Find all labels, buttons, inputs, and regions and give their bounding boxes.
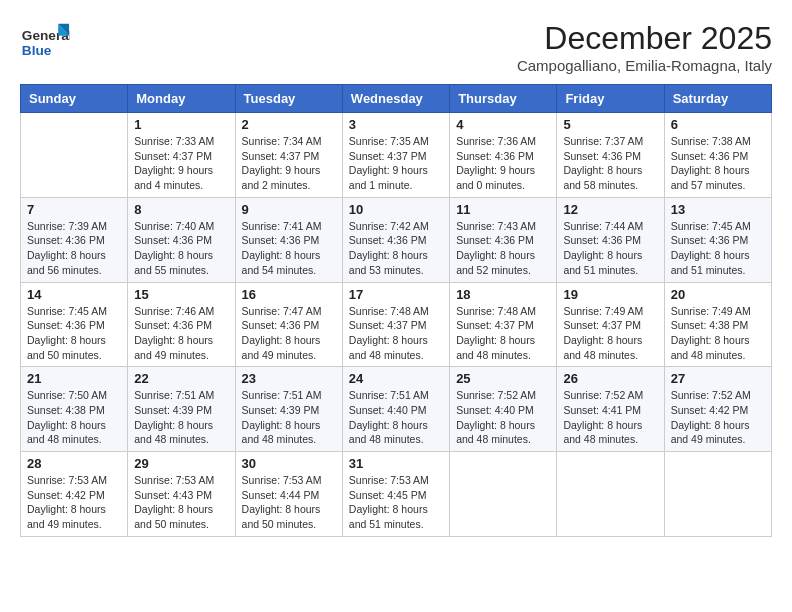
week-row-4: 21Sunrise: 7:50 AMSunset: 4:38 PMDayligh… xyxy=(21,367,772,452)
day-number: 22 xyxy=(134,371,228,386)
day-number: 9 xyxy=(242,202,336,217)
day-number: 7 xyxy=(27,202,121,217)
calendar-table: SundayMondayTuesdayWednesdayThursdayFrid… xyxy=(20,84,772,537)
calendar-cell: 10Sunrise: 7:42 AMSunset: 4:36 PMDayligh… xyxy=(342,197,449,282)
svg-text:Blue: Blue xyxy=(22,43,52,58)
day-info: Sunrise: 7:51 AMSunset: 4:39 PMDaylight:… xyxy=(242,388,336,447)
calendar-cell: 19Sunrise: 7:49 AMSunset: 4:37 PMDayligh… xyxy=(557,282,664,367)
day-number: 11 xyxy=(456,202,550,217)
day-info: Sunrise: 7:41 AMSunset: 4:36 PMDaylight:… xyxy=(242,219,336,278)
day-number: 17 xyxy=(349,287,443,302)
day-number: 16 xyxy=(242,287,336,302)
calendar-cell: 12Sunrise: 7:44 AMSunset: 4:36 PMDayligh… xyxy=(557,197,664,282)
day-number: 21 xyxy=(27,371,121,386)
day-info: Sunrise: 7:49 AMSunset: 4:37 PMDaylight:… xyxy=(563,304,657,363)
day-number: 13 xyxy=(671,202,765,217)
day-info: Sunrise: 7:51 AMSunset: 4:39 PMDaylight:… xyxy=(134,388,228,447)
day-info: Sunrise: 7:51 AMSunset: 4:40 PMDaylight:… xyxy=(349,388,443,447)
day-info: Sunrise: 7:36 AMSunset: 4:36 PMDaylight:… xyxy=(456,134,550,193)
calendar-cell: 21Sunrise: 7:50 AMSunset: 4:38 PMDayligh… xyxy=(21,367,128,452)
day-number: 24 xyxy=(349,371,443,386)
calendar-cell: 2Sunrise: 7:34 AMSunset: 4:37 PMDaylight… xyxy=(235,113,342,198)
calendar-cell xyxy=(664,452,771,537)
week-row-3: 14Sunrise: 7:45 AMSunset: 4:36 PMDayligh… xyxy=(21,282,772,367)
week-row-1: 1Sunrise: 7:33 AMSunset: 4:37 PMDaylight… xyxy=(21,113,772,198)
day-info: Sunrise: 7:37 AMSunset: 4:36 PMDaylight:… xyxy=(563,134,657,193)
day-info: Sunrise: 7:49 AMSunset: 4:38 PMDaylight:… xyxy=(671,304,765,363)
logo-svg: General Blue xyxy=(20,20,70,65)
calendar-cell: 13Sunrise: 7:45 AMSunset: 4:36 PMDayligh… xyxy=(664,197,771,282)
header-wednesday: Wednesday xyxy=(342,85,449,113)
page-header: General Blue December 2025 Campogalliano… xyxy=(20,20,772,74)
header-tuesday: Tuesday xyxy=(235,85,342,113)
day-number: 23 xyxy=(242,371,336,386)
header-friday: Friday xyxy=(557,85,664,113)
day-info: Sunrise: 7:46 AMSunset: 4:36 PMDaylight:… xyxy=(134,304,228,363)
header-saturday: Saturday xyxy=(664,85,771,113)
header-thursday: Thursday xyxy=(450,85,557,113)
day-info: Sunrise: 7:35 AMSunset: 4:37 PMDaylight:… xyxy=(349,134,443,193)
day-info: Sunrise: 7:52 AMSunset: 4:40 PMDaylight:… xyxy=(456,388,550,447)
calendar-cell: 8Sunrise: 7:40 AMSunset: 4:36 PMDaylight… xyxy=(128,197,235,282)
day-number: 10 xyxy=(349,202,443,217)
header-sunday: Sunday xyxy=(21,85,128,113)
calendar-cell: 15Sunrise: 7:46 AMSunset: 4:36 PMDayligh… xyxy=(128,282,235,367)
day-info: Sunrise: 7:53 AMSunset: 4:42 PMDaylight:… xyxy=(27,473,121,532)
day-info: Sunrise: 7:39 AMSunset: 4:36 PMDaylight:… xyxy=(27,219,121,278)
day-number: 14 xyxy=(27,287,121,302)
calendar-cell: 9Sunrise: 7:41 AMSunset: 4:36 PMDaylight… xyxy=(235,197,342,282)
calendar-cell: 24Sunrise: 7:51 AMSunset: 4:40 PMDayligh… xyxy=(342,367,449,452)
calendar-cell: 22Sunrise: 7:51 AMSunset: 4:39 PMDayligh… xyxy=(128,367,235,452)
calendar-cell: 14Sunrise: 7:45 AMSunset: 4:36 PMDayligh… xyxy=(21,282,128,367)
calendar-cell: 30Sunrise: 7:53 AMSunset: 4:44 PMDayligh… xyxy=(235,452,342,537)
day-number: 6 xyxy=(671,117,765,132)
calendar-cell: 1Sunrise: 7:33 AMSunset: 4:37 PMDaylight… xyxy=(128,113,235,198)
calendar-cell: 5Sunrise: 7:37 AMSunset: 4:36 PMDaylight… xyxy=(557,113,664,198)
day-number: 15 xyxy=(134,287,228,302)
day-number: 12 xyxy=(563,202,657,217)
calendar-cell: 16Sunrise: 7:47 AMSunset: 4:36 PMDayligh… xyxy=(235,282,342,367)
title-block: December 2025 Campogalliano, Emilia-Roma… xyxy=(517,20,772,74)
calendar-cell: 17Sunrise: 7:48 AMSunset: 4:37 PMDayligh… xyxy=(342,282,449,367)
day-number: 28 xyxy=(27,456,121,471)
day-info: Sunrise: 7:42 AMSunset: 4:36 PMDaylight:… xyxy=(349,219,443,278)
header-monday: Monday xyxy=(128,85,235,113)
day-number: 26 xyxy=(563,371,657,386)
day-number: 4 xyxy=(456,117,550,132)
month-title: December 2025 xyxy=(517,20,772,57)
logo: General Blue xyxy=(20,20,70,65)
day-info: Sunrise: 7:33 AMSunset: 4:37 PMDaylight:… xyxy=(134,134,228,193)
calendar-cell: 6Sunrise: 7:38 AMSunset: 4:36 PMDaylight… xyxy=(664,113,771,198)
calendar-cell xyxy=(450,452,557,537)
calendar-cell: 3Sunrise: 7:35 AMSunset: 4:37 PMDaylight… xyxy=(342,113,449,198)
calendar-cell: 23Sunrise: 7:51 AMSunset: 4:39 PMDayligh… xyxy=(235,367,342,452)
day-info: Sunrise: 7:52 AMSunset: 4:41 PMDaylight:… xyxy=(563,388,657,447)
day-number: 8 xyxy=(134,202,228,217)
day-info: Sunrise: 7:34 AMSunset: 4:37 PMDaylight:… xyxy=(242,134,336,193)
calendar-cell xyxy=(21,113,128,198)
calendar-cell: 7Sunrise: 7:39 AMSunset: 4:36 PMDaylight… xyxy=(21,197,128,282)
day-info: Sunrise: 7:50 AMSunset: 4:38 PMDaylight:… xyxy=(27,388,121,447)
day-info: Sunrise: 7:47 AMSunset: 4:36 PMDaylight:… xyxy=(242,304,336,363)
calendar-cell: 28Sunrise: 7:53 AMSunset: 4:42 PMDayligh… xyxy=(21,452,128,537)
day-info: Sunrise: 7:40 AMSunset: 4:36 PMDaylight:… xyxy=(134,219,228,278)
day-info: Sunrise: 7:45 AMSunset: 4:36 PMDaylight:… xyxy=(671,219,765,278)
calendar-cell: 29Sunrise: 7:53 AMSunset: 4:43 PMDayligh… xyxy=(128,452,235,537)
day-info: Sunrise: 7:48 AMSunset: 4:37 PMDaylight:… xyxy=(349,304,443,363)
day-number: 1 xyxy=(134,117,228,132)
day-number: 2 xyxy=(242,117,336,132)
day-number: 20 xyxy=(671,287,765,302)
day-number: 3 xyxy=(349,117,443,132)
day-number: 30 xyxy=(242,456,336,471)
day-number: 25 xyxy=(456,371,550,386)
calendar-cell: 4Sunrise: 7:36 AMSunset: 4:36 PMDaylight… xyxy=(450,113,557,198)
day-info: Sunrise: 7:43 AMSunset: 4:36 PMDaylight:… xyxy=(456,219,550,278)
location: Campogalliano, Emilia-Romagna, Italy xyxy=(517,57,772,74)
calendar-cell xyxy=(557,452,664,537)
day-number: 5 xyxy=(563,117,657,132)
day-number: 27 xyxy=(671,371,765,386)
calendar-cell: 25Sunrise: 7:52 AMSunset: 4:40 PMDayligh… xyxy=(450,367,557,452)
day-info: Sunrise: 7:38 AMSunset: 4:36 PMDaylight:… xyxy=(671,134,765,193)
week-row-5: 28Sunrise: 7:53 AMSunset: 4:42 PMDayligh… xyxy=(21,452,772,537)
day-info: Sunrise: 7:53 AMSunset: 4:45 PMDaylight:… xyxy=(349,473,443,532)
